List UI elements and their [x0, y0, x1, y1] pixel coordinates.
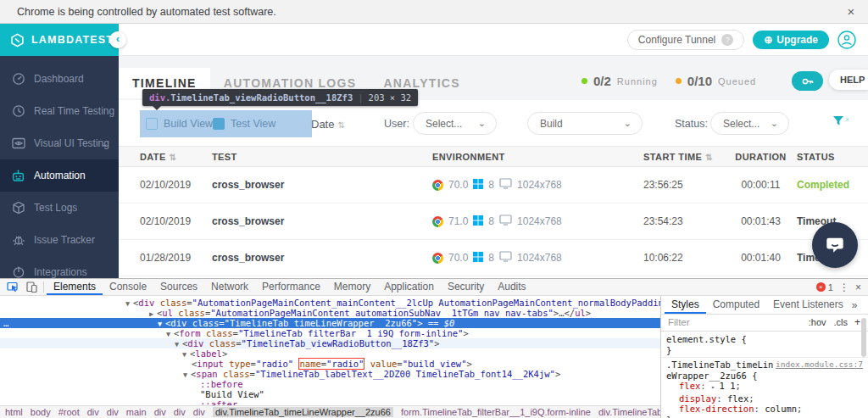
devtools-tab-sources[interactable]: Sources [153, 279, 204, 295]
table-row[interactable]: 02/10/2019cross_browser70.081024x76823:5… [119, 167, 868, 203]
sidebar-item-automation[interactable]: Automation [0, 159, 119, 192]
css-property[interactable]: flex: ▸ 1 1; [666, 381, 863, 393]
sidebar-collapse-button[interactable]: ‹ [109, 31, 126, 48]
column-header-status[interactable]: STATUS [797, 152, 868, 162]
expander-icon[interactable]: ▸ [711, 383, 720, 391]
tree-node[interactable]: …▼<div class="TimelineTab_timeLineWrappe… [0, 318, 660, 328]
sidebar-item-real-time-testing[interactable]: Real Time Testing [0, 95, 119, 127]
column-header-test[interactable]: TEST [212, 152, 432, 162]
clock-icon [11, 104, 25, 119]
chat-widget-button[interactable] [812, 222, 858, 268]
breadcrumb-item[interactable]: html [5, 407, 23, 417]
table-row[interactable]: 01/28/2019cross_browser70.081024x76810:0… [119, 240, 868, 276]
build-view-checkbox[interactable] [146, 118, 158, 130]
sort-icon[interactable]: ⇅ [170, 153, 177, 162]
toggle--hov[interactable]: :hov [809, 317, 826, 327]
configure-tunnel-button[interactable]: Configure Tunnel ? [627, 30, 744, 50]
sort-icon[interactable]: ⇅ [705, 153, 713, 162]
tree-node[interactable]: ::after [0, 399, 660, 405]
tree-node[interactable]: ▼<form class="TimelineTab_filterBar__1_i… [0, 328, 660, 338]
breadcrumb-item[interactable]: #root [58, 407, 80, 417]
breadcrumb-item[interactable]: div.TimelineTab_timeLineWrapper__2zu66 [213, 407, 393, 417]
running-count: 0/2 [593, 74, 611, 88]
devtools-tab-network[interactable]: Network [204, 279, 255, 295]
devtools-tab-console[interactable]: Console [103, 279, 153, 295]
css-property[interactable]: display: flex; [666, 393, 863, 404]
more-tabs-icon[interactable]: » [852, 299, 858, 311]
brand-logo[interactable]: LAMBDATEST [0, 24, 119, 56]
sidebar-item-visual-ui-testing[interactable]: Visual UI Testing⌄ [0, 127, 119, 159]
tree-node[interactable]: ▼<span class="TimelineTab_labelText__2DZ… [0, 369, 660, 379]
column-header-environment[interactable]: ENVIRONMENT [432, 152, 632, 162]
sidebar-item-integrations[interactable]: Integrations [0, 256, 119, 278]
stylesheet-source-link[interactable]: index.module.css:7 [776, 359, 863, 371]
help-button[interactable]: HELP [829, 70, 868, 90]
devtools-tab-security[interactable]: Security [441, 279, 491, 295]
devtools-tab-elements[interactable]: Elements [47, 279, 103, 295]
device-toolbar-icon[interactable] [22, 279, 41, 295]
breadcrumb-item[interactable]: main [126, 407, 147, 417]
user-select-value: Select... [426, 118, 462, 130]
cell-date: 01/28/2019 [140, 252, 212, 264]
tree-node[interactable]: ▼<div class="AutomationPageMainContent_m… [0, 298, 660, 308]
scrollbar-thumb[interactable] [861, 318, 866, 357]
column-header-start-time[interactable]: START TIME⇅ [632, 152, 725, 162]
console-error-badge[interactable]: × 1 [816, 282, 833, 293]
styles-tab-styles[interactable]: Styles [665, 296, 706, 314]
breadcrumb-item[interactable]: form.TimelineTab_filterBar__1_i9Q.form-i… [401, 407, 591, 417]
user-select[interactable]: Select... ⌄ [413, 112, 497, 135]
sort-icon[interactable]: ⇅ [337, 120, 344, 130]
styles-filter-input[interactable] [666, 316, 760, 328]
status-select[interactable]: Select... ⌄ [710, 112, 789, 135]
devtools-close-icon[interactable]: × [855, 281, 861, 293]
build-select[interactable]: Build ⌄ [527, 112, 643, 135]
column-header-duration[interactable]: DURATION [725, 152, 797, 162]
tree-node[interactable]: ::before [0, 379, 660, 389]
devtools-menu-icon[interactable]: ⋮ [839, 281, 849, 293]
column-header-date[interactable]: DATE⇅ [140, 152, 212, 162]
styles-tab-computed[interactable]: Computed [706, 296, 766, 314]
breadcrumb-item[interactable]: div.TimelineTab_viewRadioButton__18Zf3 [598, 407, 660, 417]
tree-node[interactable]: ▶<ul class="AutomationPageMainContent_au… [0, 308, 660, 318]
test-view-checkbox[interactable] [213, 118, 225, 130]
breadcrumb-item[interactable]: body [31, 407, 51, 417]
devtools-tab-memory[interactable]: Memory [327, 279, 377, 295]
date-filter[interactable]: Date⇅ [311, 118, 345, 131]
error-count: 1 [828, 282, 833, 293]
devtools-tab-audits[interactable]: Audits [491, 279, 532, 295]
cell-environment: 71.081024x768 [432, 215, 632, 228]
breadcrumb-item[interactable]: div [154, 407, 166, 417]
styles-tabs: StylesComputedEvent Listeners » [661, 296, 868, 315]
tree-node[interactable]: ▼<div class="TimelineTab_viewRadioButton… [0, 338, 660, 348]
element-style-open[interactable]: element.style { [666, 334, 863, 345]
styles-scrollbar[interactable] [860, 316, 868, 418]
css-property[interactable]: flex-direction: column; [666, 404, 863, 415]
devtools-tab-performance[interactable]: Performance [255, 279, 327, 295]
breadcrumb-item[interactable]: div [193, 407, 205, 417]
upgrade-button[interactable]: ⊕ Upgrade [753, 31, 829, 49]
sidebar-item-dashboard[interactable]: Dashboard [0, 63, 119, 95]
infobar-message: Chrome is being controlled by automated … [17, 6, 276, 18]
test-view-label[interactable]: Test View [231, 118, 275, 130]
styles-tab-event-listeners[interactable]: Event Listeners [766, 296, 850, 314]
user-avatar-icon[interactable] [837, 31, 856, 49]
inspect-element-icon[interactable] [3, 279, 22, 295]
question-icon[interactable]: ? [721, 34, 733, 46]
sidebar-item-test-logs[interactable]: Test Logs [0, 192, 119, 224]
sidebar-item-issue-tracker[interactable]: Issue Tracker [0, 224, 119, 256]
monitor-icon [499, 251, 512, 265]
breadcrumb-item[interactable]: div [87, 407, 99, 417]
build-select-value: Build [540, 118, 563, 130]
build-view-label[interactable]: Build View [164, 118, 213, 130]
access-key-button[interactable] [792, 71, 823, 91]
cell-duration: 00:00:11 [725, 179, 797, 191]
infobar-close-icon[interactable]: × [843, 0, 860, 24]
breadcrumb-item[interactable]: div [107, 407, 119, 417]
devtools-tab-application[interactable]: Application [377, 279, 441, 295]
breadcrumb-item[interactable]: div [174, 407, 186, 417]
toggle--cls[interactable]: .cls [834, 317, 849, 327]
tree-node[interactable]: <input type="radio" name="radio" value="… [0, 359, 660, 369]
tree-node[interactable]: "Build View" [0, 389, 660, 399]
table-row[interactable]: 02/10/2019cross_browser71.081024x76823:5… [119, 203, 868, 240]
clear-filter-button[interactable]: × [832, 115, 849, 127]
